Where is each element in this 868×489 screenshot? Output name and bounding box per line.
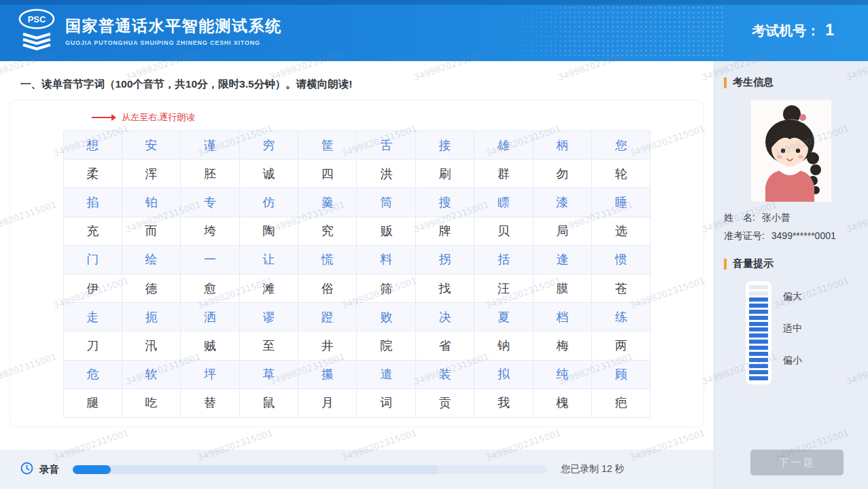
id-label: 准考证号: bbox=[724, 230, 765, 241]
syllable-cell: 接 bbox=[416, 131, 474, 160]
syllable-cell: 夏 bbox=[474, 303, 533, 331]
orange-accent-bar bbox=[724, 77, 727, 88]
volume-segment bbox=[749, 285, 768, 289]
syllable-cell: 败 bbox=[357, 303, 415, 331]
app: PSC 国家普通话水平智能测试系统 GUOJIA PUTONGHUA SHUIP… bbox=[0, 0, 868, 489]
syllable-cell: 柔 bbox=[64, 160, 122, 188]
syllable-cell: 一 bbox=[181, 246, 239, 274]
syllable-cell: 筐 bbox=[298, 131, 357, 160]
syllable-cell: 攥 bbox=[298, 361, 357, 389]
syllable-cell: 钠 bbox=[474, 331, 533, 360]
examinee-id-row: 准考证号: 3499******0001 bbox=[724, 230, 868, 242]
syllable-cell: 您 bbox=[592, 131, 650, 160]
record-label: 录音 bbox=[39, 463, 59, 476]
syllable-cell: 俗 bbox=[298, 274, 357, 303]
examinee-photo bbox=[751, 100, 831, 202]
volume-meter bbox=[746, 281, 771, 384]
volume-segment bbox=[749, 358, 768, 362]
name-value: 张小普 bbox=[762, 212, 791, 223]
syllable-cell: 档 bbox=[534, 303, 592, 331]
syllable-cell: 顾 bbox=[592, 361, 650, 389]
reading-direction-hint: 从左至右,逐行朗读 bbox=[92, 111, 704, 124]
volume-segment bbox=[749, 370, 768, 374]
volume-label-medium: 适中 bbox=[783, 323, 802, 335]
syllable-cell: 安 bbox=[122, 131, 181, 160]
recording-progress-track bbox=[73, 465, 547, 474]
volume-segment bbox=[749, 346, 768, 350]
question-area: 一、读单音节字词（100个音节，共10分，限时3.5分钟）。请横向朗读! 从左至… bbox=[0, 61, 714, 450]
syllable-cell: 而 bbox=[122, 217, 181, 246]
volume-segment bbox=[749, 352, 768, 356]
syllable-cell: 谬 bbox=[240, 303, 298, 331]
syllable-cell: 专 bbox=[181, 188, 239, 217]
progress-fill bbox=[73, 465, 111, 474]
recording-bar: 录音 您已录制 12 秒 bbox=[0, 450, 714, 489]
volume-labels: 偏大 适中 偏小 bbox=[783, 281, 802, 384]
machine-number-value: 1 bbox=[825, 21, 834, 39]
recording-clock-icon bbox=[20, 462, 33, 477]
syllable-cell: 纯 bbox=[534, 361, 592, 389]
syllable-cell: 洒 bbox=[181, 303, 239, 331]
syllable-cell: 漆 bbox=[534, 188, 592, 217]
syllable-cell: 我 bbox=[474, 389, 533, 418]
syllable-cell: 洪 bbox=[357, 160, 415, 188]
syllable-cell: 雄 bbox=[474, 131, 533, 160]
syllable-cell: 局 bbox=[534, 217, 592, 246]
volume-indicator: 偏大 适中 偏小 bbox=[746, 281, 868, 384]
syllable-cell: 穷 bbox=[240, 131, 298, 160]
right-arrow-icon bbox=[92, 117, 115, 118]
syllable-cell: 究 bbox=[298, 217, 357, 246]
syllable-cell: 走 bbox=[64, 303, 122, 331]
question-panel: 从左至右,逐行朗读 想安谨穷筐舌接雄柄您柔浑胚诚四洪刷群勿轮掐铂专仿羹筒搜瞟漆睡… bbox=[10, 100, 704, 427]
examinee-name-row: 姓 名: 张小普 bbox=[724, 212, 868, 224]
psc-logo-text: PSC bbox=[28, 14, 46, 24]
syllable-cell: 鼠 bbox=[240, 389, 298, 418]
syllable-cell: 诚 bbox=[240, 160, 298, 188]
syllable-cell: 四 bbox=[298, 160, 357, 188]
exam-machine-number: 考试机号： 1 bbox=[752, 21, 868, 40]
syllable-cell: 贼 bbox=[181, 331, 239, 360]
syllable-cell: 坪 bbox=[181, 361, 239, 389]
syllable-cell: 疤 bbox=[592, 389, 650, 418]
volume-hint-title: 音量提示 bbox=[724, 257, 868, 270]
syllable-cell: 搜 bbox=[416, 188, 474, 217]
syllable-cell: 梅 bbox=[534, 331, 592, 360]
next-question-button[interactable]: 下一题 bbox=[750, 450, 844, 475]
syllable-cell: 选 bbox=[592, 217, 650, 246]
syllable-cell: 胚 bbox=[181, 160, 239, 188]
syllable-cell: 浑 bbox=[122, 160, 181, 188]
syllable-cell: 蹬 bbox=[298, 303, 357, 331]
syllable-cell: 谨 bbox=[181, 131, 239, 160]
syllable-cell: 腿 bbox=[64, 389, 122, 418]
syllable-cell: 练 bbox=[592, 303, 650, 331]
syllable-cell: 群 bbox=[474, 160, 533, 188]
syllable-cell: 汛 bbox=[122, 331, 181, 360]
syllable-cell: 舌 bbox=[357, 131, 415, 160]
syllable-cell: 省 bbox=[416, 331, 474, 360]
volume-label-low: 偏小 bbox=[783, 355, 802, 367]
app-title: 国家普通话水平智能测试系统 bbox=[65, 16, 282, 37]
volume-segment bbox=[749, 322, 768, 326]
syllable-cell: 吃 bbox=[122, 389, 181, 418]
syllable-cell: 筒 bbox=[357, 188, 415, 217]
volume-segment bbox=[749, 327, 768, 331]
syllable-cell: 垮 bbox=[181, 217, 239, 246]
syllable-cell: 勿 bbox=[534, 160, 592, 188]
syllable-cell: 月 bbox=[298, 389, 357, 418]
app-title-block: 国家普通话水平智能测试系统 GUOJIA PUTONGHUA SHUIPING … bbox=[65, 16, 282, 46]
syllable-cell: 慌 bbox=[298, 246, 357, 274]
reading-hint-text: 从左至右,逐行朗读 bbox=[122, 111, 195, 124]
syllable-cell: 拐 bbox=[416, 246, 474, 274]
syllable-cell: 愈 bbox=[181, 274, 239, 303]
syllable-cell: 想 bbox=[64, 131, 122, 160]
syllable-cell: 替 bbox=[181, 389, 239, 418]
app-header: PSC 国家普通话水平智能测试系统 GUOJIA PUTONGHUA SHUIP… bbox=[0, 0, 868, 61]
sidebar: 考生信息 bbox=[714, 61, 868, 489]
examinee-info-title: 考生信息 bbox=[724, 76, 868, 89]
volume-segment bbox=[749, 376, 768, 380]
syllable-cell: 至 bbox=[240, 331, 298, 360]
orange-accent-bar bbox=[724, 259, 727, 270]
map-dots-decoration bbox=[501, 5, 725, 57]
volume-segment bbox=[749, 291, 768, 295]
syllable-cell: 料 bbox=[357, 246, 415, 274]
